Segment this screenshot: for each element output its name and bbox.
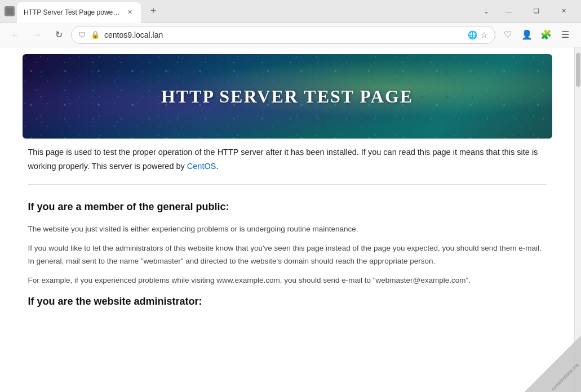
page-content: HTTP SERVER TEST PAGE This page is used …: [0, 47, 574, 392]
star-icon[interactable]: ☆: [481, 30, 488, 39]
forward-button[interactable]: →: [28, 26, 46, 44]
intro-paragraph: This page is used to test the proper ope…: [28, 145, 547, 173]
active-tab[interactable]: HTTP Server Test Page powered by ✕: [17, 2, 141, 23]
url-text: centos9.local.lan: [104, 30, 463, 39]
menu-button[interactable]: ☰: [556, 26, 574, 44]
lock-icon: 🔒: [91, 30, 100, 39]
tab-chevron-icon[interactable]: ⌄: [479, 5, 494, 17]
section1-para2: If you would like to let the administrat…: [28, 242, 547, 268]
intro-text-after: .: [216, 162, 218, 171]
intro-text-before: This page is used to test the proper ope…: [28, 148, 538, 171]
address-bar[interactable]: 🛡 🔒 centos9.local.lan 🌐 ☆: [71, 26, 495, 44]
shield-icon: 🛡: [78, 30, 86, 39]
restore-button[interactable]: ❑: [524, 2, 549, 20]
close-button[interactable]: ✕: [551, 2, 576, 20]
nav-right-icons: ♡ 👤 🧩 ☰: [499, 26, 574, 44]
section-divider: [28, 184, 547, 185]
watermark-text: comolnstalar.me: [551, 362, 580, 391]
section1-heading: If you are a member of the general publi…: [28, 199, 547, 215]
minimize-button[interactable]: —: [496, 2, 521, 20]
refresh-button[interactable]: ↻: [50, 26, 68, 44]
new-tab-button[interactable]: +: [145, 3, 161, 19]
pocket-icon[interactable]: ♡: [499, 26, 517, 44]
tab-title-text: HTTP Server Test Page powered by: [24, 8, 122, 16]
content-area: HTTP SERVER TEST PAGE This page is used …: [0, 47, 581, 392]
scrollbar-thumb[interactable]: [576, 53, 580, 87]
extensions-icon[interactable]: 🧩: [537, 26, 555, 44]
back-button[interactable]: ←: [7, 26, 25, 44]
hero-title: HTTP SERVER TEST PAGE: [161, 86, 413, 107]
body-content: This page is used to test the proper ope…: [23, 145, 552, 329]
navigation-bar: ← → ↻ 🛡 🔒 centos9.local.lan 🌐 ☆ ♡ 👤 🧩 ☰: [0, 23, 581, 47]
section1-para1: The website you just visited is either e…: [28, 223, 547, 235]
tab-close-button[interactable]: ✕: [125, 8, 134, 17]
watermark: comolnstalar.me: [525, 336, 581, 392]
section2-heading: If you are the website administrator:: [28, 293, 547, 310]
browser-window: HTTP Server Test Page powered by ✕ + ⌄ —…: [0, 0, 581, 392]
section1-para3: For example, if you experienced problems…: [28, 274, 547, 287]
address-icons: 🌐 ☆: [468, 30, 488, 39]
svg-rect-0: [6, 8, 13, 15]
centos-link[interactable]: CentOS: [187, 162, 216, 171]
title-bar: HTTP Server Test Page powered by ✕ + ⌄ —…: [0, 0, 581, 23]
account-icon[interactable]: 👤: [518, 26, 536, 44]
hero-banner: HTTP SERVER TEST PAGE: [23, 54, 552, 139]
translate-icon[interactable]: 🌐: [468, 30, 477, 39]
tab-favicon: [5, 6, 15, 16]
